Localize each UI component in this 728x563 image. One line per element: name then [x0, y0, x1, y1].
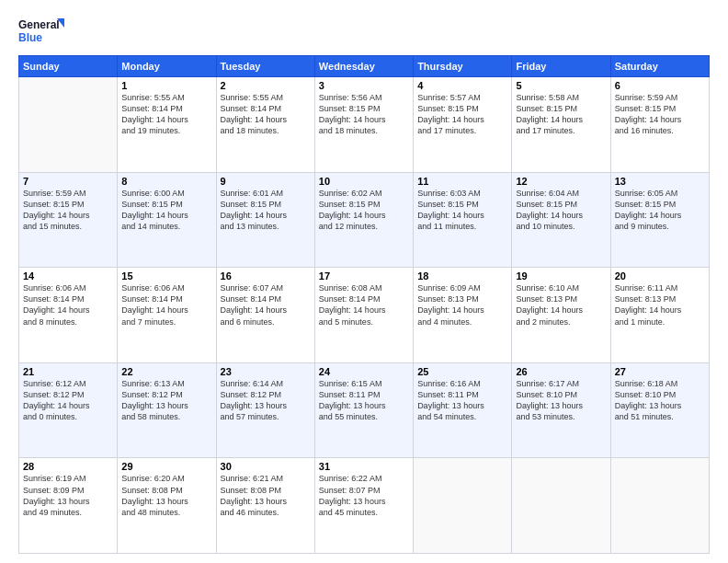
day-number: 13	[615, 176, 705, 187]
calendar-cell: 9Sunrise: 6:01 AM Sunset: 8:15 PM Daylig…	[216, 172, 314, 268]
day-number: 1	[121, 80, 211, 91]
calendar-cell: 15Sunrise: 6:06 AM Sunset: 8:14 PM Dayli…	[118, 268, 216, 363]
calendar-cell: 23Sunrise: 6:14 AM Sunset: 8:12 PM Dayli…	[216, 362, 314, 458]
day-info: Sunrise: 6:03 AM Sunset: 8:15 PM Dayligh…	[417, 188, 507, 233]
day-number: 31	[319, 461, 409, 472]
day-info: Sunrise: 6:08 AM Sunset: 8:14 PM Dayligh…	[319, 282, 409, 327]
day-info: Sunrise: 6:00 AM Sunset: 8:15 PM Dayligh…	[121, 188, 211, 233]
day-number: 10	[319, 176, 409, 187]
day-number: 30	[221, 461, 311, 472]
day-info: Sunrise: 6:15 AM Sunset: 8:11 PM Dayligh…	[319, 378, 409, 423]
day-number: 3	[319, 80, 409, 91]
day-info: Sunrise: 5:57 AM Sunset: 8:15 PM Dayligh…	[417, 92, 507, 137]
day-info: Sunrise: 5:59 AM Sunset: 8:15 PM Dayligh…	[615, 92, 705, 137]
day-info: Sunrise: 6:06 AM Sunset: 8:14 PM Dayligh…	[23, 282, 113, 327]
day-number: 11	[417, 176, 507, 187]
day-info: Sunrise: 6:06 AM Sunset: 8:14 PM Dayligh…	[121, 282, 211, 327]
calendar-cell: 16Sunrise: 6:07 AM Sunset: 8:14 PM Dayli…	[216, 268, 314, 363]
calendar-cell: 19Sunrise: 6:10 AM Sunset: 8:13 PM Dayli…	[512, 268, 610, 363]
day-info: Sunrise: 6:17 AM Sunset: 8:10 PM Dayligh…	[516, 378, 606, 423]
day-info: Sunrise: 6:12 AM Sunset: 8:12 PM Dayligh…	[23, 378, 113, 423]
day-number: 6	[615, 80, 705, 91]
day-info: Sunrise: 5:58 AM Sunset: 8:15 PM Dayligh…	[516, 92, 606, 137]
logo: General Blue	[18, 15, 64, 48]
day-info: Sunrise: 6:18 AM Sunset: 8:10 PM Dayligh…	[615, 378, 705, 423]
calendar-week-row: 21Sunrise: 6:12 AM Sunset: 8:12 PM Dayli…	[19, 362, 710, 458]
calendar-cell: 25Sunrise: 6:16 AM Sunset: 8:11 PM Dayli…	[414, 362, 512, 458]
logo-svg: General Blue	[18, 15, 64, 48]
day-info: Sunrise: 6:16 AM Sunset: 8:11 PM Dayligh…	[417, 378, 507, 423]
day-number: 18	[417, 270, 507, 282]
day-info: Sunrise: 6:20 AM Sunset: 8:08 PM Dayligh…	[121, 473, 211, 518]
header: General Blue	[18, 15, 710, 48]
day-info: Sunrise: 6:10 AM Sunset: 8:13 PM Dayligh…	[516, 282, 606, 327]
day-info: Sunrise: 6:13 AM Sunset: 8:12 PM Dayligh…	[121, 378, 211, 423]
calendar-header-thursday: Thursday	[414, 56, 512, 77]
calendar-cell: 8Sunrise: 6:00 AM Sunset: 8:15 PM Daylig…	[118, 172, 216, 268]
day-info: Sunrise: 5:55 AM Sunset: 8:14 PM Dayligh…	[121, 92, 211, 137]
day-number: 20	[615, 270, 705, 282]
svg-text:Blue: Blue	[18, 31, 42, 44]
day-number: 16	[221, 270, 311, 282]
calendar-cell: 24Sunrise: 6:15 AM Sunset: 8:11 PM Dayli…	[314, 362, 413, 458]
day-info: Sunrise: 6:07 AM Sunset: 8:14 PM Dayligh…	[221, 282, 311, 327]
calendar-cell: 14Sunrise: 6:06 AM Sunset: 8:14 PM Dayli…	[19, 268, 118, 363]
calendar-cell: 12Sunrise: 6:04 AM Sunset: 8:15 PM Dayli…	[512, 172, 610, 268]
calendar-cell: 31Sunrise: 6:22 AM Sunset: 8:07 PM Dayli…	[314, 458, 413, 554]
calendar-cell: 30Sunrise: 6:21 AM Sunset: 8:08 PM Dayli…	[216, 458, 314, 554]
day-number: 5	[516, 80, 606, 91]
day-number: 25	[417, 366, 507, 377]
calendar-week-row: 7Sunrise: 5:59 AM Sunset: 8:15 PM Daylig…	[19, 172, 710, 268]
calendar-cell: 26Sunrise: 6:17 AM Sunset: 8:10 PM Dayli…	[512, 362, 610, 458]
calendar-cell: 20Sunrise: 6:11 AM Sunset: 8:13 PM Dayli…	[610, 268, 709, 363]
day-number: 12	[516, 176, 606, 187]
calendar-table: SundayMondayTuesdayWednesdayThursdayFrid…	[18, 55, 710, 554]
day-number: 29	[121, 461, 211, 472]
day-number: 22	[121, 366, 211, 377]
day-info: Sunrise: 5:55 AM Sunset: 8:14 PM Dayligh…	[221, 92, 311, 137]
calendar-header-sunday: Sunday	[19, 56, 118, 77]
calendar-cell	[19, 77, 118, 173]
calendar-cell: 4Sunrise: 5:57 AM Sunset: 8:15 PM Daylig…	[414, 77, 512, 173]
day-number: 19	[516, 270, 606, 282]
calendar-cell: 5Sunrise: 5:58 AM Sunset: 8:15 PM Daylig…	[512, 77, 610, 173]
day-number: 2	[221, 80, 311, 91]
calendar-header-tuesday: Tuesday	[216, 56, 314, 77]
calendar-week-row: 14Sunrise: 6:06 AM Sunset: 8:14 PM Dayli…	[19, 268, 710, 363]
calendar-cell	[512, 458, 610, 554]
day-info: Sunrise: 5:59 AM Sunset: 8:15 PM Dayligh…	[23, 188, 113, 233]
day-number: 28	[23, 461, 113, 472]
calendar-cell: 27Sunrise: 6:18 AM Sunset: 8:10 PM Dayli…	[610, 362, 709, 458]
day-number: 24	[319, 366, 409, 377]
day-number: 7	[23, 176, 113, 187]
calendar-header-wednesday: Wednesday	[314, 56, 413, 77]
day-number: 4	[417, 80, 507, 91]
day-info: Sunrise: 6:19 AM Sunset: 8:09 PM Dayligh…	[23, 473, 113, 518]
calendar-cell: 29Sunrise: 6:20 AM Sunset: 8:08 PM Dayli…	[118, 458, 216, 554]
svg-text:General: General	[18, 18, 60, 31]
day-number: 8	[121, 176, 211, 187]
day-info: Sunrise: 6:02 AM Sunset: 8:15 PM Dayligh…	[319, 188, 409, 233]
day-info: Sunrise: 6:22 AM Sunset: 8:07 PM Dayligh…	[319, 473, 409, 518]
calendar-cell: 11Sunrise: 6:03 AM Sunset: 8:15 PM Dayli…	[414, 172, 512, 268]
page: General Blue SundayMondayTuesdayWednesda…	[0, 0, 728, 563]
calendar-cell: 2Sunrise: 5:55 AM Sunset: 8:14 PM Daylig…	[216, 77, 314, 173]
calendar-header-monday: Monday	[118, 56, 216, 77]
calendar-cell: 22Sunrise: 6:13 AM Sunset: 8:12 PM Dayli…	[118, 362, 216, 458]
day-number: 21	[23, 366, 113, 377]
calendar-cell	[414, 458, 512, 554]
calendar-cell: 6Sunrise: 5:59 AM Sunset: 8:15 PM Daylig…	[610, 77, 709, 173]
day-number: 9	[221, 176, 311, 187]
day-info: Sunrise: 6:11 AM Sunset: 8:13 PM Dayligh…	[615, 282, 705, 327]
day-info: Sunrise: 6:14 AM Sunset: 8:12 PM Dayligh…	[221, 378, 311, 423]
day-number: 17	[319, 270, 409, 282]
calendar-header-row: SundayMondayTuesdayWednesdayThursdayFrid…	[19, 56, 710, 77]
day-number: 23	[221, 366, 311, 377]
calendar-header-saturday: Saturday	[610, 56, 709, 77]
calendar-cell: 1Sunrise: 5:55 AM Sunset: 8:14 PM Daylig…	[118, 77, 216, 173]
day-info: Sunrise: 6:05 AM Sunset: 8:15 PM Dayligh…	[615, 188, 705, 233]
day-number: 14	[23, 270, 113, 282]
day-info: Sunrise: 6:04 AM Sunset: 8:15 PM Dayligh…	[516, 188, 606, 233]
day-info: Sunrise: 6:09 AM Sunset: 8:13 PM Dayligh…	[417, 282, 507, 327]
calendar-week-row: 28Sunrise: 6:19 AM Sunset: 8:09 PM Dayli…	[19, 458, 710, 554]
